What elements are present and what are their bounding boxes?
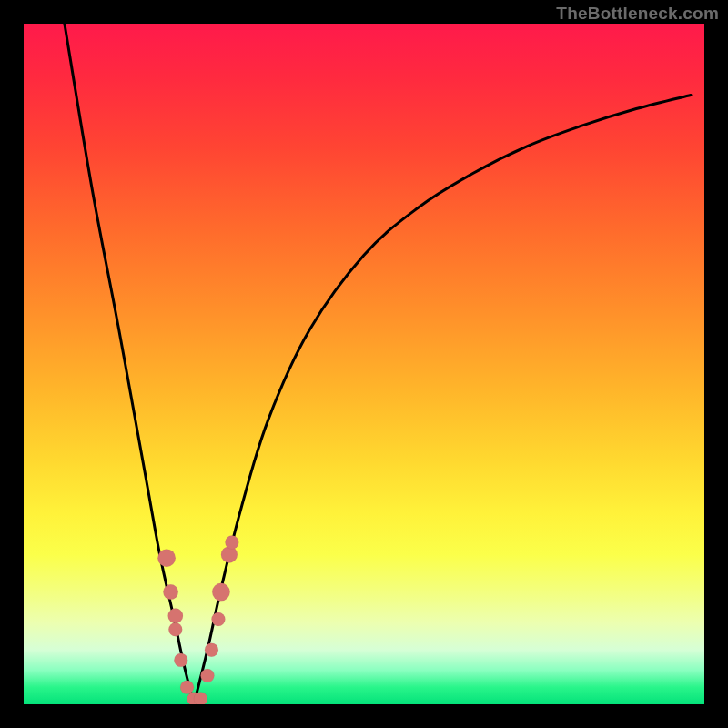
data-marker — [194, 693, 207, 704]
data-marker — [168, 609, 183, 623]
data-marker — [212, 583, 229, 601]
data-marker — [225, 535, 238, 549]
data-marker — [180, 681, 194, 694]
data-marker — [157, 549, 175, 566]
data-marker — [163, 584, 177, 599]
chart-svg — [24, 24, 704, 704]
data-marker — [174, 653, 187, 667]
curve-right — [194, 96, 691, 704]
curve-left — [65, 24, 194, 704]
watermark-text: TheBottleneck.com — [556, 4, 719, 24]
chart-stage: TheBottleneck.com — [0, 0, 728, 728]
data-marker — [221, 546, 238, 562]
data-marker — [211, 612, 225, 626]
marker-layer — [157, 535, 238, 704]
data-marker — [168, 622, 182, 636]
data-marker — [200, 669, 214, 682]
plot-area — [24, 24, 704, 704]
data-marker — [205, 643, 218, 657]
